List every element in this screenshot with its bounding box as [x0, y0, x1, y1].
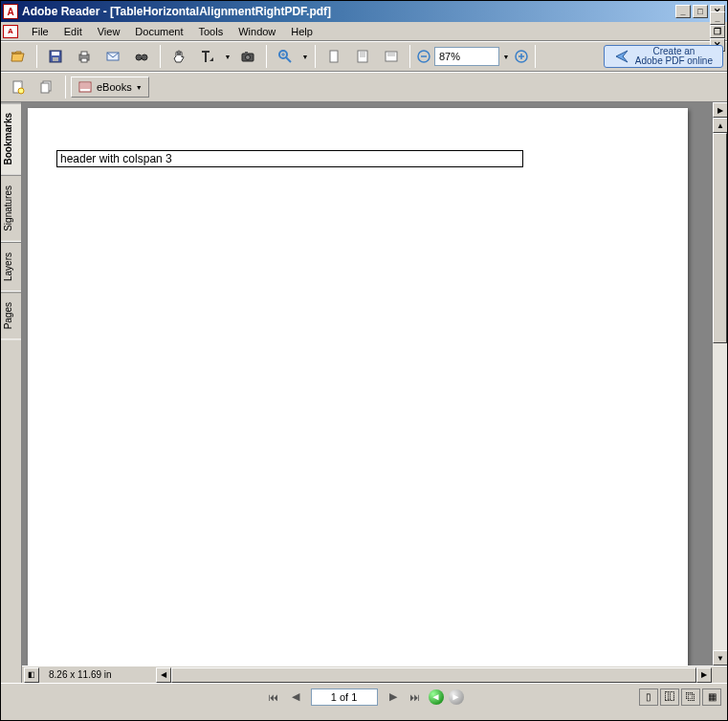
dimension-anchor-icon[interactable]: ◧: [24, 667, 39, 683]
menu-file[interactable]: File: [24, 24, 56, 39]
copy-doc-button[interactable]: [33, 75, 60, 99]
scroll-thumb[interactable]: [713, 133, 727, 343]
zoom-in-button[interactable]: [272, 44, 298, 69]
fit-width-button[interactable]: [378, 44, 405, 69]
dimension-bar: ◧ 8.26 x 11.69 in ◀ ▶: [22, 666, 727, 683]
menu-document[interactable]: Document: [127, 24, 190, 39]
page-viewport[interactable]: header with colspan 3: [22, 102, 712, 666]
doc-minimize-button[interactable]: _: [710, 11, 725, 25]
fit-page-button[interactable]: [349, 44, 376, 69]
continuous-view-button[interactable]: ⿲: [660, 688, 679, 706]
create-pdf-line2: Adobe PDF online: [635, 56, 713, 66]
select-dropdown[interactable]: ▼: [223, 44, 232, 69]
save-button[interactable]: [42, 44, 69, 69]
zoom-dropdown[interactable]: ▼: [300, 44, 310, 69]
svg-rect-2: [53, 57, 58, 61]
continuous-facing-view-button[interactable]: ▦: [702, 688, 721, 706]
menu-bar: A File Edit View Document Tools Window H…: [1, 22, 727, 41]
tab-pages[interactable]: Pages: [1, 292, 21, 339]
zoom-input[interactable]: 87%: [434, 47, 499, 66]
plus-icon: [514, 49, 529, 64]
main-toolbar: ▼ ▼ 87% ▼ Create an Adobe PDF online: [1, 41, 727, 72]
hand-tool-button[interactable]: [165, 44, 192, 69]
new-document-icon: [11, 79, 26, 95]
resize-grip: [712, 667, 727, 683]
tab-layers[interactable]: Layers: [1, 242, 21, 292]
menu-tools[interactable]: Tools: [191, 24, 232, 39]
actual-size-button[interactable]: [320, 44, 347, 69]
tab-signatures[interactable]: Signatures: [1, 175, 21, 242]
create-pdf-online-button[interactable]: Create an Adobe PDF online: [604, 45, 723, 68]
new-doc-button[interactable]: [5, 75, 32, 99]
first-page-button[interactable]: ⏮: [263, 688, 284, 707]
documents-icon: [39, 79, 55, 95]
svg-line-16: [286, 57, 291, 62]
separator: [160, 45, 161, 68]
ebooks-button[interactable]: eBooks ▼: [71, 76, 149, 98]
separator: [409, 45, 410, 68]
page-number-input[interactable]: 1 of 1: [311, 688, 378, 706]
select-text-button[interactable]: [194, 44, 221, 69]
document-table-cell: header with colspan 3: [56, 150, 523, 167]
chevron-down-icon: ▼: [136, 84, 143, 91]
svg-rect-4: [81, 52, 87, 55]
fit-width-icon: [384, 49, 399, 64]
search-button[interactable]: [128, 44, 155, 69]
envelope-icon: [105, 49, 121, 64]
page-number-text: 1 of 1: [331, 691, 358, 703]
tab-bookmarks[interactable]: Bookmarks: [1, 102, 21, 175]
title-bar: A Adobe Reader - [TableHorizontalAlignme…: [1, 1, 727, 22]
binoculars-icon: [134, 49, 149, 64]
hand-icon: [171, 49, 187, 64]
camera-icon: [240, 49, 255, 64]
magnifier-plus-icon: [277, 49, 293, 64]
svg-rect-14: [245, 52, 248, 55]
maximize-button[interactable]: □: [693, 5, 708, 18]
svg-rect-19: [330, 51, 338, 62]
svg-rect-9: [141, 55, 143, 57]
minimize-button[interactable]: _: [675, 5, 691, 18]
last-page-button[interactable]: ⏭: [405, 688, 426, 707]
scroll-track[interactable]: [713, 133, 727, 650]
document-area: header with colspan 3 ▶ ▲ ▼ ◧ 8.26 x 11.…: [22, 102, 727, 683]
menu-window[interactable]: Window: [231, 24, 283, 39]
text-select-icon: [200, 49, 215, 64]
doc-restore-button[interactable]: ❐: [710, 25, 725, 38]
scroll-down-button[interactable]: ▼: [713, 650, 727, 666]
facing-view-button[interactable]: ⿻: [681, 688, 700, 706]
scroll-up-button[interactable]: ▲: [713, 118, 727, 133]
previous-page-button[interactable]: ◀: [285, 688, 306, 707]
separator: [65, 76, 66, 98]
print-button[interactable]: [71, 44, 98, 69]
separator: [266, 45, 267, 68]
zoom-value-dropdown[interactable]: ▼: [501, 44, 511, 69]
horizontal-scrollbar[interactable]: ◀ ▶: [156, 667, 712, 683]
scroll-left-button[interactable]: ◀: [156, 667, 171, 683]
svg-point-13: [246, 55, 251, 60]
paperplane-icon: [614, 49, 629, 64]
zoom-out-button[interactable]: [415, 44, 432, 69]
page-dimensions: 8.26 x 11.69 in: [41, 669, 156, 680]
previous-view-button[interactable]: ◄: [429, 689, 444, 705]
snapshot-button[interactable]: [234, 44, 261, 69]
separator: [315, 45, 316, 68]
vertical-scrollbar[interactable]: ▶ ▲ ▼: [712, 102, 727, 666]
zoom-in-small-button[interactable]: [513, 44, 530, 69]
single-page-view-button[interactable]: ▯: [639, 688, 658, 706]
ebooks-icon: [77, 79, 93, 95]
open-button[interactable]: [5, 44, 32, 69]
zoom-value: 87%: [439, 51, 460, 62]
menu-help[interactable]: Help: [283, 24, 320, 39]
content-area: Bookmarks Signatures Layers Pages header…: [1, 102, 727, 683]
next-page-button[interactable]: ▶: [383, 688, 404, 707]
status-bar: ⏮ ◀ 1 of 1 ▶ ⏭ ◄ ► ▯ ⿲ ⿻ ▦: [1, 683, 727, 710]
printer-icon: [77, 49, 92, 64]
navigation-pane-tabs: Bookmarks Signatures Layers Pages: [1, 102, 22, 683]
svg-rect-1: [52, 52, 59, 55]
scroll-right-button[interactable]: ▶: [696, 667, 712, 683]
scroll-right-arrow-icon[interactable]: ▶: [713, 102, 727, 118]
menu-edit[interactable]: Edit: [56, 24, 90, 39]
email-button[interactable]: [99, 44, 126, 69]
next-view-button[interactable]: ►: [449, 689, 464, 705]
menu-view[interactable]: View: [90, 24, 128, 39]
